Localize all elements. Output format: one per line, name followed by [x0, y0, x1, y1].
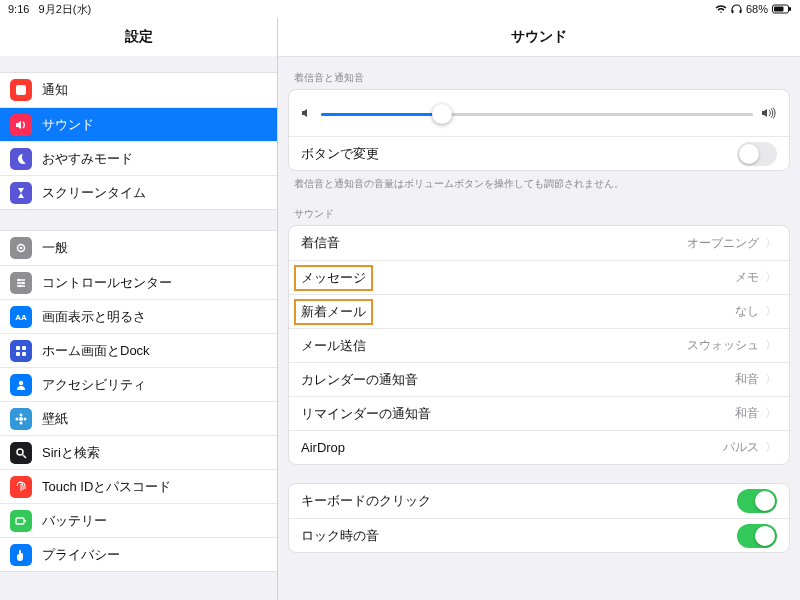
grid-icon [10, 340, 32, 362]
sound-label: AirDrop [301, 440, 345, 455]
sound-value: 和音 [735, 405, 759, 422]
toggle-row[interactable]: キーボードのクリック [289, 484, 789, 518]
gear-icon [10, 237, 32, 259]
sliders-icon [10, 272, 32, 294]
svg-rect-15 [22, 352, 26, 356]
sound-value: メモ [735, 269, 759, 286]
toggle-label: キーボードのクリック [301, 492, 431, 510]
sound-row[interactable]: カレンダーの通知音和音〉 [289, 362, 789, 396]
battery-icon [10, 510, 32, 532]
sidebar-item-label: アクセシビリティ [42, 376, 146, 394]
sidebar-item-label: 画面表示と明るさ [42, 308, 146, 326]
svg-text:AA: AA [15, 313, 27, 322]
status-right: 68% [715, 3, 792, 15]
svg-rect-13 [22, 346, 26, 350]
sidebar-item-gear[interactable]: 一般 [0, 231, 277, 265]
sound-label: リマインダーの通知音 [301, 405, 431, 423]
svg-rect-1 [739, 10, 741, 13]
sidebar-title: 設定 [0, 18, 277, 56]
sound-label: メッセージ [297, 268, 370, 288]
sidebar-item-finger[interactable]: Touch IDとパスコード [0, 469, 277, 503]
ringer-slider[interactable] [321, 113, 753, 116]
svg-point-19 [20, 421, 23, 424]
sidebar-item-flower[interactable]: 壁紙 [0, 401, 277, 435]
toggle-label: ロック時の音 [301, 527, 379, 545]
chevron-right-icon: 〉 [765, 337, 777, 354]
toggle-switch[interactable] [737, 489, 777, 513]
chevron-right-icon: 〉 [765, 235, 777, 252]
search-icon [10, 442, 32, 464]
svg-point-20 [16, 417, 19, 420]
svg-point-7 [20, 247, 22, 249]
sidebar-item-speaker[interactable]: サウンド [0, 107, 277, 141]
speaker-min-icon [301, 107, 313, 122]
sounds-caption: サウンド [278, 193, 800, 225]
change-with-buttons-row[interactable]: ボタンで変更 [289, 136, 789, 170]
sidebar-item-battery[interactable]: バッテリー [0, 503, 277, 537]
sidebar-item-hand[interactable]: プライバシー [0, 537, 277, 571]
svg-point-21 [24, 417, 27, 420]
chevron-right-icon: 〉 [765, 303, 777, 320]
sound-value: 和音 [735, 371, 759, 388]
sound-value: スウォッシュ [687, 337, 759, 354]
detail-pane: サウンド 着信音と通知音 ボタンで変更 [278, 18, 800, 600]
ring-caption: 着信音と通知音 [278, 57, 800, 89]
sidebar-item-bell[interactable]: 通知 [0, 73, 277, 107]
headphones-icon [731, 4, 742, 14]
sound-row[interactable]: メッセージメモ〉 [289, 260, 789, 294]
sidebar-item-grid[interactable]: ホーム画面とDock [0, 333, 277, 367]
sidebar-item-label: ホーム画面とDock [42, 342, 150, 360]
toggles-panel: キーボードのクリックロック時の音 [288, 483, 790, 553]
speaker-icon [10, 114, 32, 136]
status-date: 9月2日(水) [39, 3, 92, 15]
person-icon [10, 374, 32, 396]
detail-title: サウンド [278, 18, 800, 57]
hand-icon [10, 544, 32, 566]
toggle-switch[interactable] [737, 524, 777, 548]
toggle-row[interactable]: ロック時の音 [289, 518, 789, 552]
sound-row[interactable]: AirDropパルス〉 [289, 430, 789, 464]
sidebar-item-label: 通知 [42, 81, 68, 99]
sidebar-item-sliders[interactable]: コントロールセンター [0, 265, 277, 299]
svg-rect-23 [16, 518, 24, 524]
ring-footer: 着信音と通知音の音量はボリュームボタンを操作しても調節されません。 [278, 171, 800, 193]
change-with-buttons-label: ボタンで変更 [301, 145, 379, 163]
speaker-max-icon [761, 107, 777, 122]
svg-point-18 [20, 413, 23, 416]
svg-rect-0 [731, 10, 733, 13]
finger-icon [10, 476, 32, 498]
sidebar-item-moon[interactable]: おやすみモード [0, 141, 277, 175]
sidebar-item-label: おやすみモード [42, 150, 133, 168]
sound-label: 新着メール [297, 302, 370, 322]
sound-value: オープニング [687, 235, 759, 252]
svg-point-22 [17, 449, 23, 455]
sound-label: カレンダーの通知音 [301, 371, 418, 389]
sidebar-item-label: バッテリー [42, 512, 107, 530]
hourglass-icon [10, 182, 32, 204]
aa-icon: AA [10, 306, 32, 328]
status-time: 9:16 [8, 3, 29, 15]
sound-row[interactable]: 着信音オープニング〉 [289, 226, 789, 260]
chevron-right-icon: 〉 [765, 371, 777, 388]
sound-value: なし [735, 303, 759, 320]
svg-rect-12 [16, 346, 20, 350]
sound-row[interactable]: 新着メールなし〉 [289, 294, 789, 328]
sound-row[interactable]: メール送信スウォッシュ〉 [289, 328, 789, 362]
sidebar-item-hourglass[interactable]: スクリーンタイム [0, 175, 277, 209]
sound-value: パルス [723, 439, 759, 456]
moon-icon [10, 148, 32, 170]
status-left: 9:16 9月2日(水) [8, 2, 91, 17]
sidebar-item-aa[interactable]: AA画面表示と明るさ [0, 299, 277, 333]
sound-label: メール送信 [301, 337, 366, 355]
svg-point-16 [19, 380, 23, 384]
sound-row[interactable]: リマインダーの通知音和音〉 [289, 396, 789, 430]
chevron-right-icon: 〉 [765, 439, 777, 456]
sidebar-item-label: Siriと検索 [42, 444, 100, 462]
settings-sidebar: 設定 通知サウンドおやすみモードスクリーンタイム一般コントロールセンターAA画面… [0, 18, 278, 600]
sidebar-item-search[interactable]: Siriと検索 [0, 435, 277, 469]
change-with-buttons-switch[interactable] [737, 142, 777, 166]
sidebar-item-person[interactable]: アクセシビリティ [0, 367, 277, 401]
svg-rect-24 [25, 520, 27, 522]
svg-point-10 [19, 284, 22, 287]
battery-icon [772, 4, 792, 14]
